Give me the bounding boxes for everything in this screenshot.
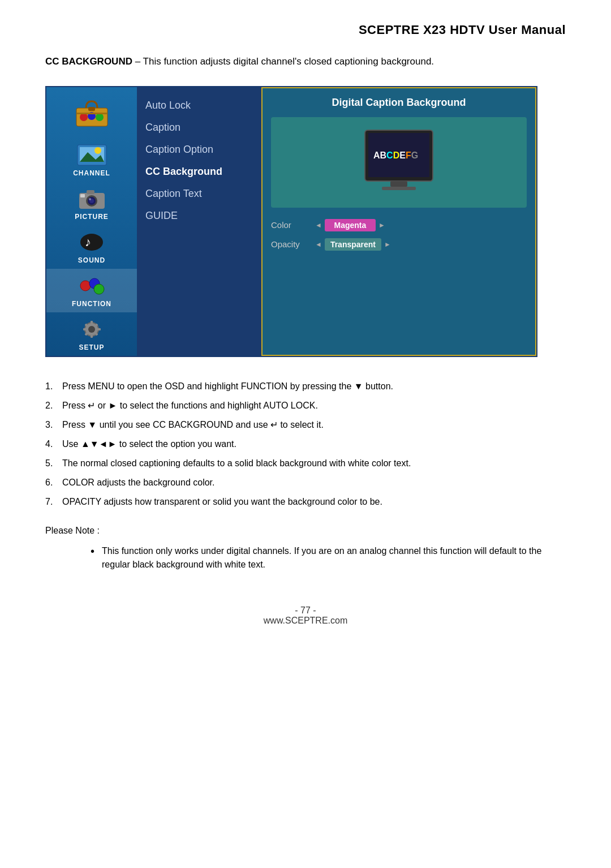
instruction-num-3: 3.: [45, 418, 62, 432]
instruction-7: 7. OPACITY adjusts how transparent or so…: [45, 495, 566, 509]
please-note-label: Please Note :: [45, 526, 566, 536]
opacity-value: Transparent: [325, 238, 381, 251]
bullet-item-1: • This function only works under digital…: [91, 544, 566, 571]
instruction-text-1: Press MENU to open the OSD and highlight…: [62, 380, 566, 393]
sidebar-item-toolbox: [46, 87, 137, 138]
page-title: SCEPTRE X23 HDTV User Manual: [45, 23, 566, 37]
instruction-num-7: 7.: [45, 495, 62, 509]
page-number: - 77 -: [45, 605, 566, 616]
instruction-text-5: The normal closed captioning defaults to…: [62, 457, 566, 470]
menu-item-autolock: Auto Lock: [145, 98, 253, 113]
svg-point-9: [94, 147, 101, 154]
sidebar-item-function: FUNCTION: [46, 269, 137, 312]
menu-item-caption: Caption: [145, 121, 253, 135]
sidebar-setup-label: SETUP: [79, 343, 104, 351]
instruction-text-3: Press ▼ until you see CC BACKGROUND and …: [62, 418, 566, 432]
color-value: Magenta: [325, 219, 376, 231]
color-label: Color: [271, 220, 311, 230]
instruction-text-2: Press ↵ or ► to select the functions and…: [62, 399, 566, 412]
instruction-num-1: 1.: [45, 380, 62, 393]
tv-frame: ABCDEFG: [354, 127, 444, 197]
opacity-label: Opacity: [271, 239, 311, 249]
instruction-num-6: 6.: [45, 476, 62, 489]
svg-rect-15: [87, 190, 94, 194]
panel-title: Digital Caption Background: [271, 97, 527, 109]
svg-rect-35: [390, 181, 407, 187]
bullet-dot-1: •: [91, 544, 102, 571]
bullet-text-1: This function only works under digital c…: [102, 544, 566, 571]
svg-rect-5: [76, 113, 107, 114]
sound-icon: ♪: [75, 230, 109, 255]
instruction-text-6: COLOR adjusts the background color.: [62, 476, 566, 489]
svg-rect-24: [91, 321, 93, 324]
sidebar-item-channel: CHANNEL: [46, 138, 137, 182]
color-left-arrow: ◄: [315, 221, 322, 229]
color-control: ◄ Magenta ►: [315, 219, 385, 231]
svg-rect-16: [80, 194, 85, 197]
sidebar-channel-label: CHANNEL: [73, 169, 110, 177]
instruction-4: 4. Use ▲▼◄► to select the option you wan…: [45, 437, 566, 451]
panel-options: Color ◄ Magenta ► Opacity ◄ Transparent …: [271, 219, 527, 251]
osd-menu-image: CHANNEL PICTURE: [45, 86, 537, 357]
sidebar-function-label: FUNCTION: [72, 300, 111, 308]
opacity-option-row: Opacity ◄ Transparent ►: [271, 238, 527, 251]
svg-point-17: [80, 234, 103, 251]
setup-icon: [75, 317, 109, 342]
function-icon: [75, 273, 109, 299]
osd-center-menu: Auto Lock Caption Caption Option CC Back…: [137, 87, 261, 356]
osd-sidebar: CHANNEL PICTURE: [46, 87, 137, 356]
menu-item-caption-text: Caption Text: [145, 187, 253, 201]
intro-text: – This function adjusts digital channel'…: [132, 56, 434, 67]
svg-text:ABCDEFG: ABCDEFG: [373, 151, 418, 160]
sidebar-sound-label: SOUND: [78, 256, 105, 264]
sidebar-item-sound: ♪ SOUND: [46, 225, 137, 269]
bullet-list: • This function only works under digital…: [91, 544, 566, 571]
opacity-left-arrow: ◄: [315, 240, 322, 248]
instruction-6: 6. COLOR adjusts the background color.: [45, 476, 566, 489]
color-option-row: Color ◄ Magenta ►: [271, 219, 527, 231]
instruction-num-2: 2.: [45, 399, 62, 412]
instructions-section: 1. Press MENU to open the OSD and highli…: [45, 380, 566, 509]
menu-item-caption-option: Caption Option: [145, 143, 253, 157]
menu-item-guide: GUIDE: [145, 209, 253, 223]
svg-point-21: [94, 284, 104, 294]
sidebar-item-picture: PICTURE: [46, 182, 137, 225]
channel-icon: [75, 143, 109, 168]
instruction-num-4: 4.: [45, 437, 62, 451]
instruction-3: 3. Press ▼ until you see CC BACKGROUND a…: [45, 418, 566, 432]
website: www.SCEPTRE.com: [45, 616, 566, 626]
svg-text:♪: ♪: [85, 235, 91, 249]
instruction-num-5: 5.: [45, 457, 62, 470]
toolbox-icon: [69, 93, 114, 132]
svg-rect-36: [382, 187, 416, 190]
instruction-2: 2. Press ↵ or ► to select the functions …: [45, 399, 566, 412]
tv-preview: ABCDEFG: [271, 117, 527, 208]
svg-point-14: [89, 198, 91, 200]
svg-point-2: [80, 113, 88, 121]
svg-rect-1: [88, 107, 95, 111]
opacity-right-arrow: ►: [384, 240, 391, 248]
menu-item-cc-background: CC Background: [145, 165, 253, 179]
svg-rect-26: [83, 328, 87, 330]
svg-point-19: [80, 281, 91, 291]
picture-icon: [75, 186, 109, 212]
osd-right-panel: Digital Caption Background ABCDEFG: [261, 87, 536, 356]
instruction-text-4: Use ▲▼◄► to select the option you want.: [62, 437, 566, 451]
instruction-text-7: OPACITY adjusts how transparent or solid…: [62, 495, 566, 509]
instruction-1: 1. Press MENU to open the OSD and highli…: [45, 380, 566, 393]
sidebar-picture-label: PICTURE: [75, 213, 109, 221]
intro-paragraph: CC BACKGROUND – This function adjusts di…: [45, 54, 566, 69]
intro-bold: CC BACKGROUND: [45, 56, 132, 67]
svg-point-4: [96, 113, 104, 121]
color-right-arrow: ►: [378, 221, 385, 229]
svg-point-23: [88, 326, 95, 333]
opacity-control: ◄ Transparent ►: [315, 238, 391, 251]
sidebar-item-setup: SETUP: [46, 312, 137, 356]
svg-rect-25: [91, 334, 93, 338]
svg-rect-27: [97, 328, 101, 330]
instruction-5: 5. The normal closed captioning defaults…: [45, 457, 566, 470]
footer: - 77 - www.SCEPTRE.com: [45, 605, 566, 626]
